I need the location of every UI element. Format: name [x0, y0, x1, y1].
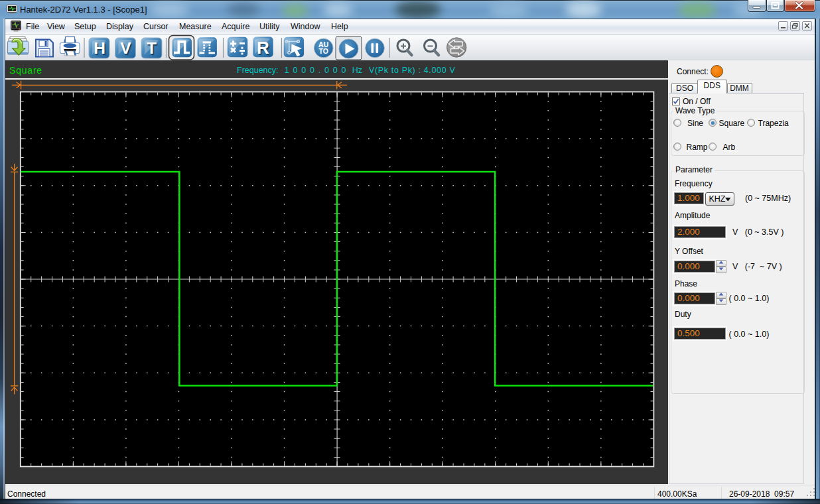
- svg-text:T: T: [147, 39, 157, 57]
- svg-text:TO: TO: [318, 47, 328, 55]
- svg-text:H: H: [94, 39, 105, 57]
- svg-text:R: R: [257, 38, 269, 58]
- svg-text:V: V: [120, 39, 131, 57]
